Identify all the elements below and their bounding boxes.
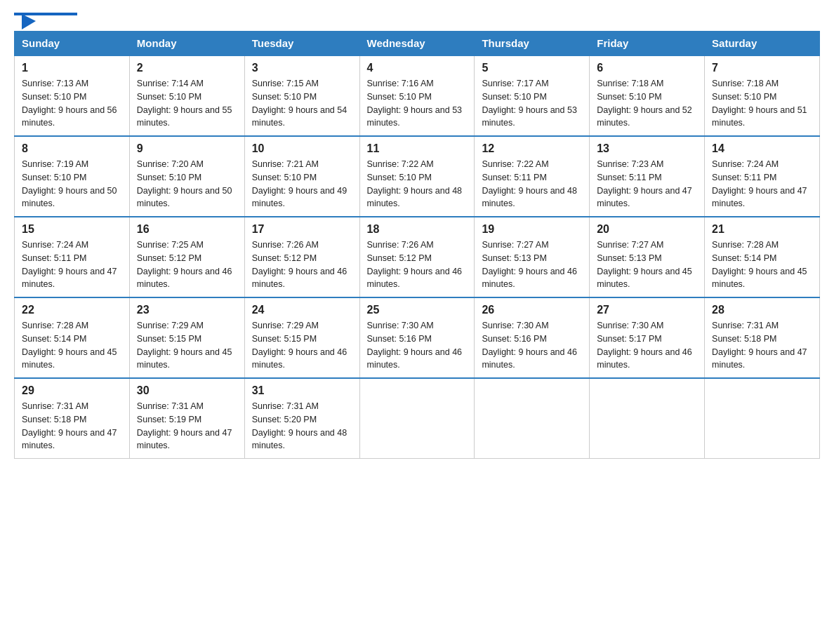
day-info: Sunrise: 7:31 AM Sunset: 5:19 PM Dayligh… (137, 400, 237, 452)
day-info: Sunrise: 7:20 AM Sunset: 5:10 PM Dayligh… (137, 158, 237, 210)
calendar-week-row-5: 29 Sunrise: 7:31 AM Sunset: 5:18 PM Dayl… (15, 378, 820, 459)
day-number: 12 (482, 142, 582, 155)
calendar-cell: 23 Sunrise: 7:29 AM Sunset: 5:15 PM Dayl… (129, 297, 244, 378)
day-number: 21 (712, 223, 812, 236)
day-number: 1 (22, 62, 122, 74)
day-info: Sunrise: 7:30 AM Sunset: 5:17 PM Dayligh… (597, 319, 697, 372)
day-number: 8 (22, 142, 122, 155)
day-number: 27 (597, 304, 697, 316)
day-number: 9 (137, 142, 237, 155)
calendar-cell: 4 Sunrise: 7:16 AM Sunset: 5:10 PM Dayli… (359, 55, 475, 136)
calendar-cell: 5 Sunrise: 7:17 AM Sunset: 5:10 PM Dayli… (475, 55, 590, 136)
day-info: Sunrise: 7:31 AM Sunset: 5:18 PM Dayligh… (712, 319, 812, 372)
day-number: 16 (137, 223, 237, 236)
day-number: 3 (252, 62, 352, 74)
calendar-cell: 18 Sunrise: 7:26 AM Sunset: 5:12 PM Dayl… (359, 217, 475, 297)
day-number: 29 (22, 384, 122, 397)
day-info: Sunrise: 7:24 AM Sunset: 5:11 PM Dayligh… (22, 239, 122, 291)
calendar-cell: 2 Sunrise: 7:14 AM Sunset: 5:10 PM Dayli… (129, 55, 244, 136)
day-info: Sunrise: 7:24 AM Sunset: 5:11 PM Dayligh… (712, 158, 812, 210)
calendar-cell (590, 378, 705, 459)
day-info: Sunrise: 7:28 AM Sunset: 5:14 PM Dayligh… (712, 239, 812, 291)
day-number: 23 (137, 304, 237, 316)
calendar-cell: 20 Sunrise: 7:27 AM Sunset: 5:13 PM Dayl… (590, 217, 705, 297)
day-number: 13 (597, 142, 697, 155)
day-info: Sunrise: 7:22 AM Sunset: 5:10 PM Dayligh… (367, 158, 468, 210)
day-number: 7 (712, 62, 812, 74)
day-number: 30 (137, 384, 237, 397)
calendar-cell: 12 Sunrise: 7:22 AM Sunset: 5:11 PM Dayl… (475, 136, 590, 217)
calendar-cell: 14 Sunrise: 7:24 AM Sunset: 5:11 PM Dayl… (705, 136, 820, 217)
day-info: Sunrise: 7:16 AM Sunset: 5:10 PM Dayligh… (367, 77, 468, 130)
calendar-cell (705, 378, 820, 459)
logo (14, 14, 77, 15)
day-info: Sunrise: 7:22 AM Sunset: 5:11 PM Dayligh… (482, 158, 582, 210)
day-number: 20 (597, 223, 697, 236)
logo-underline (14, 13, 77, 15)
calendar-cell: 1 Sunrise: 7:13 AM Sunset: 5:10 PM Dayli… (15, 55, 130, 136)
weekday-header-tuesday: Tuesday (244, 32, 359, 56)
day-info: Sunrise: 7:14 AM Sunset: 5:10 PM Dayligh… (137, 77, 237, 130)
day-number: 28 (712, 304, 812, 316)
day-info: Sunrise: 7:26 AM Sunset: 5:12 PM Dayligh… (367, 239, 468, 291)
calendar-cell: 8 Sunrise: 7:19 AM Sunset: 5:10 PM Dayli… (15, 136, 130, 217)
calendar-cell: 10 Sunrise: 7:21 AM Sunset: 5:10 PM Dayl… (244, 136, 359, 217)
calendar-cell: 27 Sunrise: 7:30 AM Sunset: 5:17 PM Dayl… (590, 297, 705, 378)
calendar-cell (359, 378, 475, 459)
day-info: Sunrise: 7:28 AM Sunset: 5:14 PM Dayligh… (22, 319, 122, 372)
day-info: Sunrise: 7:19 AM Sunset: 5:10 PM Dayligh… (22, 158, 122, 210)
day-info: Sunrise: 7:18 AM Sunset: 5:10 PM Dayligh… (712, 77, 812, 130)
calendar-cell: 26 Sunrise: 7:30 AM Sunset: 5:16 PM Dayl… (475, 297, 590, 378)
day-info: Sunrise: 7:31 AM Sunset: 5:20 PM Dayligh… (252, 400, 352, 452)
day-info: Sunrise: 7:27 AM Sunset: 5:13 PM Dayligh… (482, 239, 582, 291)
day-number: 11 (367, 142, 468, 155)
day-info: Sunrise: 7:30 AM Sunset: 5:16 PM Dayligh… (367, 319, 468, 372)
day-number: 24 (252, 304, 352, 316)
svg-marker-0 (22, 14, 36, 29)
weekday-header-wednesday: Wednesday (359, 32, 475, 56)
page-header (14, 14, 820, 17)
day-info: Sunrise: 7:26 AM Sunset: 5:12 PM Dayligh… (252, 239, 352, 291)
calendar-week-row-2: 8 Sunrise: 7:19 AM Sunset: 5:10 PM Dayli… (15, 136, 820, 217)
day-info: Sunrise: 7:23 AM Sunset: 5:11 PM Dayligh… (597, 158, 697, 210)
calendar-cell: 29 Sunrise: 7:31 AM Sunset: 5:18 PM Dayl… (15, 378, 130, 459)
calendar-cell: 19 Sunrise: 7:27 AM Sunset: 5:13 PM Dayl… (475, 217, 590, 297)
day-number: 14 (712, 142, 812, 155)
day-number: 18 (367, 223, 468, 236)
day-number: 4 (367, 62, 468, 74)
weekday-header-monday: Monday (129, 32, 244, 56)
day-info: Sunrise: 7:18 AM Sunset: 5:10 PM Dayligh… (597, 77, 697, 130)
calendar-header-row: SundayMondayTuesdayWednesdayThursdayFrid… (15, 32, 820, 56)
day-number: 17 (252, 223, 352, 236)
day-number: 22 (22, 304, 122, 316)
weekday-header-friday: Friday (590, 32, 705, 56)
day-info: Sunrise: 7:15 AM Sunset: 5:10 PM Dayligh… (252, 77, 352, 130)
day-info: Sunrise: 7:30 AM Sunset: 5:16 PM Dayligh… (482, 319, 582, 372)
calendar-cell: 30 Sunrise: 7:31 AM Sunset: 5:19 PM Dayl… (129, 378, 244, 459)
calendar-cell: 28 Sunrise: 7:31 AM Sunset: 5:18 PM Dayl… (705, 297, 820, 378)
calendar-cell: 25 Sunrise: 7:30 AM Sunset: 5:16 PM Dayl… (359, 297, 475, 378)
calendar-cell: 17 Sunrise: 7:26 AM Sunset: 5:12 PM Dayl… (244, 217, 359, 297)
calendar-cell: 11 Sunrise: 7:22 AM Sunset: 5:10 PM Dayl… (359, 136, 475, 217)
calendar-cell: 16 Sunrise: 7:25 AM Sunset: 5:12 PM Dayl… (129, 217, 244, 297)
calendar-week-row-1: 1 Sunrise: 7:13 AM Sunset: 5:10 PM Dayli… (15, 55, 820, 136)
calendar-cell: 13 Sunrise: 7:23 AM Sunset: 5:11 PM Dayl… (590, 136, 705, 217)
weekday-header-sunday: Sunday (15, 32, 130, 56)
calendar-cell: 24 Sunrise: 7:29 AM Sunset: 5:15 PM Dayl… (244, 297, 359, 378)
day-number: 5 (482, 62, 582, 74)
calendar-cell: 3 Sunrise: 7:15 AM Sunset: 5:10 PM Dayli… (244, 55, 359, 136)
day-info: Sunrise: 7:25 AM Sunset: 5:12 PM Dayligh… (137, 239, 237, 291)
calendar-week-row-3: 15 Sunrise: 7:24 AM Sunset: 5:11 PM Dayl… (15, 217, 820, 297)
day-info: Sunrise: 7:31 AM Sunset: 5:18 PM Dayligh… (22, 400, 122, 452)
day-number: 19 (482, 223, 582, 236)
day-number: 31 (252, 384, 352, 397)
calendar-cell: 21 Sunrise: 7:28 AM Sunset: 5:14 PM Dayl… (705, 217, 820, 297)
day-info: Sunrise: 7:21 AM Sunset: 5:10 PM Dayligh… (252, 158, 352, 210)
day-number: 26 (482, 304, 582, 316)
calendar-cell: 7 Sunrise: 7:18 AM Sunset: 5:10 PM Dayli… (705, 55, 820, 136)
weekday-header-saturday: Saturday (705, 32, 820, 56)
day-number: 15 (22, 223, 122, 236)
day-number: 6 (597, 62, 697, 74)
day-number: 2 (137, 62, 237, 74)
calendar-cell: 9 Sunrise: 7:20 AM Sunset: 5:10 PM Dayli… (129, 136, 244, 217)
